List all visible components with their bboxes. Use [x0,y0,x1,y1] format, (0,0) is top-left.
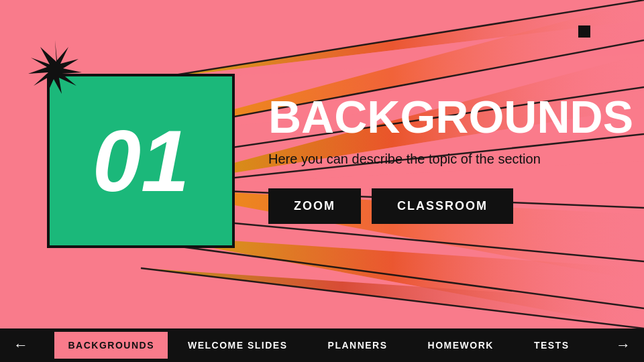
svg-marker-1 [141,20,644,80]
zoom-button[interactable]: ZOOM [268,188,361,224]
section-title: BACKGROUNDS [268,94,633,139]
section-subtitle: Here you can describe the topic of the s… [268,152,633,167]
section-number: 01 [93,117,190,204]
svg-marker-0 [141,0,644,80]
classroom-button[interactable]: CLASSROOM [372,188,513,224]
svg-line-17 [141,241,644,308]
svg-marker-10 [141,268,644,328]
right-content: BACKGROUNDS Here you can describe the to… [268,94,633,224]
prev-arrow-button[interactable]: ← [13,337,28,354]
nav-item-backgrounds[interactable]: BACKGROUNDS [54,332,168,359]
nav-item-welcome-slides[interactable]: WELCOME SLIDES [168,340,308,351]
svg-line-18 [141,268,644,328]
next-arrow-button[interactable]: → [616,337,631,354]
small-square-decoration [578,25,590,38]
svg-marker-8 [141,235,644,328]
main-content: 01 BACKGROUNDS Here you can describe the… [0,0,644,328]
number-card: 01 [47,74,235,248]
nav-item-homework[interactable]: HOMEWORK [408,340,514,351]
action-buttons: ZOOM CLASSROOM [268,188,633,224]
nav-item-planners[interactable]: PLANNERS [308,340,408,351]
nav-items-container: BACKGROUNDS WELCOME SLIDES PLANNERS HOME… [28,332,616,359]
bottom-navigation: ← BACKGROUNDS WELCOME SLIDES PLANNERS HO… [0,328,644,362]
svg-marker-9 [141,235,644,328]
nav-item-tests[interactable]: TESTS [514,340,590,351]
svg-line-11 [141,0,644,80]
